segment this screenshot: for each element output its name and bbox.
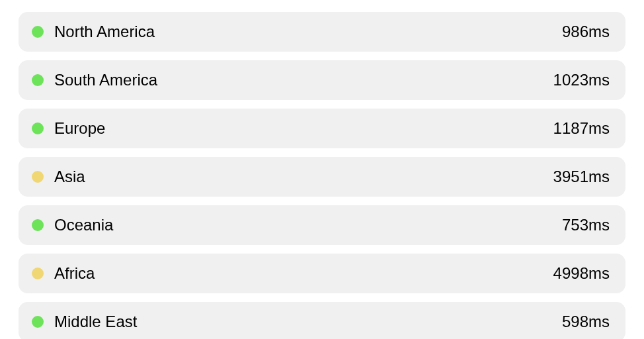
list-item: Europe 1187ms bbox=[19, 109, 625, 148]
region-label: North America bbox=[54, 23, 155, 41]
list-item: North America 986ms bbox=[19, 12, 625, 52]
list-item: Asia 3951ms bbox=[19, 157, 625, 197]
list-item-left: North America bbox=[32, 23, 155, 41]
status-dot-icon bbox=[32, 26, 44, 38]
status-dot-icon bbox=[32, 122, 44, 134]
latency-value: 1187ms bbox=[553, 119, 610, 138]
status-dot-icon bbox=[32, 219, 44, 231]
latency-value: 753ms bbox=[562, 216, 610, 234]
status-dot-icon bbox=[32, 171, 44, 183]
list-item: Middle East 598ms bbox=[19, 302, 625, 339]
status-dot-icon bbox=[32, 267, 44, 279]
region-latency-list: North America 986ms South America 1023ms… bbox=[0, 0, 644, 339]
list-item: South America 1023ms bbox=[19, 60, 625, 100]
list-item: Africa 4998ms bbox=[19, 254, 625, 293]
region-label: Oceania bbox=[54, 216, 113, 234]
status-dot-icon bbox=[32, 316, 44, 328]
list-item-left: South America bbox=[32, 71, 157, 89]
list-item-left: Africa bbox=[32, 264, 95, 283]
list-item-left: Middle East bbox=[32, 313, 137, 331]
list-item-left: Asia bbox=[32, 168, 85, 186]
region-label: Europe bbox=[54, 119, 105, 138]
list-item-left: Oceania bbox=[32, 216, 113, 234]
region-label: South America bbox=[54, 71, 157, 89]
region-label: Middle East bbox=[54, 313, 137, 331]
latency-value: 4998ms bbox=[553, 264, 610, 283]
latency-value: 1023ms bbox=[553, 71, 610, 89]
latency-value: 598ms bbox=[562, 313, 610, 331]
list-item-left: Europe bbox=[32, 119, 105, 138]
region-label: Asia bbox=[54, 168, 85, 186]
status-dot-icon bbox=[32, 74, 44, 86]
latency-value: 986ms bbox=[562, 23, 610, 41]
latency-value: 3951ms bbox=[553, 168, 610, 186]
region-label: Africa bbox=[54, 264, 95, 283]
list-item: Oceania 753ms bbox=[19, 205, 625, 245]
